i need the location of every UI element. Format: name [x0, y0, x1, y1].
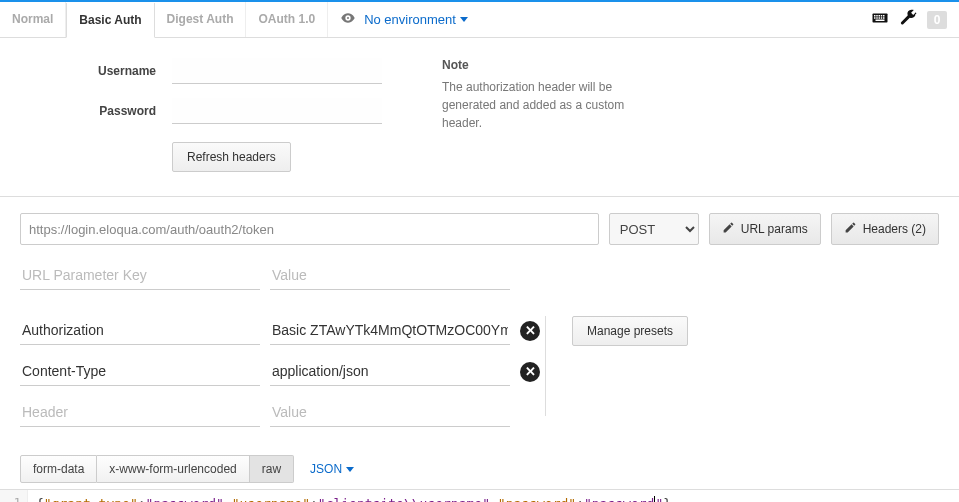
note-title: Note — [442, 58, 642, 72]
topbar: Normal Basic Auth Digest Auth OAuth 1.0 … — [0, 2, 959, 38]
body-tab-raw[interactable]: raw — [250, 455, 294, 483]
header-row-new — [20, 398, 545, 427]
svg-rect-6 — [874, 17, 876, 19]
svg-rect-11 — [876, 20, 885, 22]
headers-button[interactable]: Headers (2) — [831, 213, 939, 245]
edit-icon — [722, 221, 735, 237]
svg-rect-1 — [874, 15, 876, 17]
header-key-input[interactable] — [20, 357, 260, 386]
notification-badge[interactable]: 0 — [927, 11, 947, 29]
refresh-headers-button[interactable]: Refresh headers — [172, 142, 291, 172]
url-input[interactable] — [20, 213, 599, 245]
auth-tabs: Normal Basic Auth Digest Auth OAuth 1.0 — [0, 2, 328, 37]
header-value-input[interactable] — [270, 316, 510, 345]
tab-normal[interactable]: Normal — [0, 2, 66, 37]
svg-rect-4 — [881, 15, 883, 17]
raw-format-label: JSON — [310, 462, 342, 476]
wrench-icon[interactable] — [899, 9, 917, 30]
body-editor[interactable]: 1 {"grant_type":"password","username":"c… — [0, 489, 959, 502]
svg-rect-10 — [883, 17, 885, 19]
tab-oauth1[interactable]: OAuth 1.0 — [246, 2, 328, 37]
headers-label: Headers (2) — [863, 222, 926, 236]
environment-label: No environment — [364, 12, 456, 27]
keyboard-icon[interactable] — [871, 9, 889, 30]
body-type-tabs: form-data x-www-form-urlencoded raw JSON — [0, 449, 959, 489]
delete-header-icon[interactable]: ✕ — [520, 321, 540, 341]
password-input[interactable] — [172, 98, 382, 124]
environment-dropdown[interactable]: No environment — [364, 12, 468, 27]
manage-presets-button[interactable]: Manage presets — [572, 316, 688, 346]
header-row: ✕ — [20, 357, 545, 386]
request-bar: POST URL params Headers (2) — [0, 197, 959, 261]
edit-icon — [844, 221, 857, 237]
svg-rect-9 — [881, 17, 883, 19]
svg-rect-2 — [876, 15, 878, 17]
username-label: Username — [80, 64, 156, 78]
url-param-value-input[interactable] — [270, 261, 510, 290]
method-select[interactable]: POST — [609, 213, 699, 245]
editor-code[interactable]: {"grant_type":"password","username":"cli… — [28, 490, 959, 502]
tab-basic-auth[interactable]: Basic Auth — [66, 3, 154, 38]
delete-header-icon[interactable]: ✕ — [520, 362, 540, 382]
url-param-key-input[interactable] — [20, 261, 260, 290]
raw-format-dropdown[interactable]: JSON — [310, 462, 354, 476]
url-params-section — [0, 261, 959, 316]
svg-rect-7 — [876, 17, 878, 19]
svg-rect-8 — [879, 17, 881, 19]
header-key-input[interactable] — [20, 316, 260, 345]
body-tab-urlencoded[interactable]: x-www-form-urlencoded — [97, 455, 249, 483]
username-input[interactable] — [172, 58, 382, 84]
header-key-input[interactable] — [20, 398, 260, 427]
editor-gutter: 1 — [0, 490, 28, 502]
header-value-input[interactable] — [270, 357, 510, 386]
password-label: Password — [80, 104, 156, 118]
url-params-label: URL params — [741, 222, 808, 236]
note-body: The authorization header will be generat… — [442, 78, 642, 132]
chevron-down-icon — [460, 17, 468, 22]
header-row: ✕ — [20, 316, 545, 345]
svg-rect-5 — [883, 15, 885, 17]
svg-rect-3 — [879, 15, 881, 17]
chevron-down-icon — [346, 467, 354, 472]
eye-icon[interactable] — [340, 10, 356, 29]
tab-digest-auth[interactable]: Digest Auth — [155, 2, 247, 37]
headers-section: ✕ ✕ — [20, 316, 545, 439]
url-params-button[interactable]: URL params — [709, 213, 821, 245]
body-tab-form-data[interactable]: form-data — [20, 455, 97, 483]
auth-panel: Username Password Refresh headers Note T… — [0, 38, 959, 197]
header-value-input[interactable] — [270, 398, 510, 427]
